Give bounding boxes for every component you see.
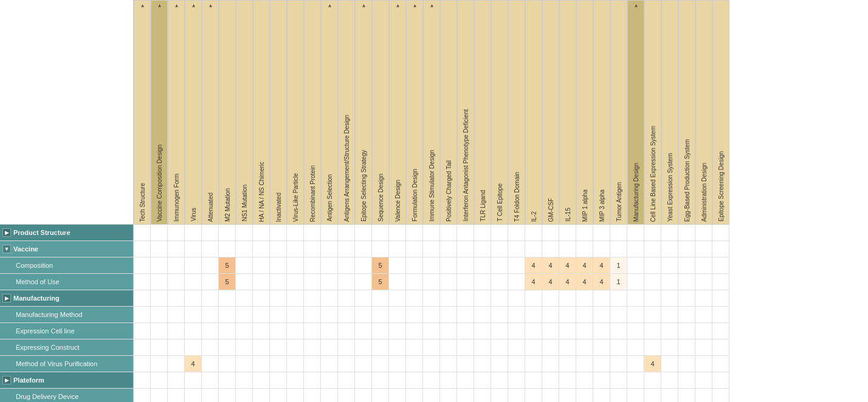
row-expression_cell_line: Expression Cell line: [0, 323, 729, 339]
cell-manufacturing_method-vlp: [287, 307, 304, 323]
cell-virus_purification-immunogen_form: [168, 356, 185, 372]
col-header-virus[interactable]: ▼Virus: [185, 0, 202, 225]
cell-plateform-formulation_design: [406, 372, 423, 389]
cell-vaccine-antigen_selection: [321, 241, 338, 257]
cell-expressing_construct-il15: [559, 339, 576, 356]
cell-virus_purification-antigens_arrangement: [338, 356, 355, 372]
cell-manufacturing_method-immune_stimulator: [423, 307, 440, 323]
cell-method_of_use-vaccine_comp: [151, 274, 168, 290]
row-label-virus_purification: Method of Virus Purification: [0, 356, 134, 372]
col-header-antigen_selection[interactable]: ▼Antigen Selection: [321, 0, 338, 225]
cell-drug_delivery-epitope_screening: [712, 389, 729, 402]
cell-virus_purification-tlr_ligand: [474, 356, 491, 372]
cell-method_of_use-mip1alpha: 4: [576, 274, 593, 290]
cell-composition-il15: 4: [559, 257, 576, 274]
cell-expressing_construct-il2: [525, 339, 542, 356]
cell-expression_cell_line-virus: [185, 323, 202, 339]
col-header-yeast_expr: Yeast Expression System: [661, 0, 678, 225]
expand-icon-vaccine[interactable]: ▼: [2, 245, 11, 253]
cell-expression_cell_line-ha_na_ns: [253, 323, 270, 339]
cell-vaccine-tech_structure: [134, 241, 151, 257]
cell-expressing_construct-virus: [185, 339, 202, 356]
cell-manufacturing-egg_based: [678, 290, 695, 307]
cell-expression_cell_line-inactivated: [270, 323, 287, 339]
cell-expressing_construct-epitope_screening: [712, 339, 729, 356]
cell-virus_purification-mip1alpha: [576, 356, 593, 372]
col-header-valence_design[interactable]: ▼Valence Design: [389, 0, 406, 225]
cell-composition-tech_structure: [134, 257, 151, 274]
cell-manufacturing-il2: [525, 290, 542, 307]
cell-expressing_construct-interferon_antagonist: [457, 339, 474, 356]
cell-manufacturing-t_cell_epitope: [491, 290, 508, 307]
cell-virus_purification-valence_design: [389, 356, 406, 372]
cell-method_of_use-immunogen_form: [168, 274, 185, 290]
cell-manufacturing-mip3alpha: [593, 290, 610, 307]
cell-expression_cell_line-administration_design: [695, 323, 712, 339]
cell-virus_purification-immune_stimulator: [423, 356, 440, 372]
cell-method_of_use-ha_na_ns: [253, 274, 270, 290]
expand-icon-product_structure[interactable]: ▶: [2, 228, 11, 237]
cell-manufacturing_method-administration_design: [695, 307, 712, 323]
cell-manufacturing_method-positively_charged: [440, 307, 457, 323]
cell-composition-yeast_expr: [661, 257, 678, 274]
cell-expression_cell_line-mip1alpha: [576, 323, 593, 339]
col-header-interferon_antagonist: Interferon Antagonist Phenotype Deficien…: [457, 0, 474, 225]
col-header-epitope_selecting[interactable]: ▼Epitope Selecting Strategy: [355, 0, 372, 225]
col-header-vaccine_comp[interactable]: ▼Vaccine Composition Design: [151, 0, 168, 225]
cell-expression_cell_line-attenuated: [202, 323, 219, 339]
cell-method_of_use-vlp: [287, 274, 304, 290]
cell-drug_delivery-ha_na_ns: [253, 389, 270, 402]
cell-drug_delivery-tech_structure: [134, 389, 151, 402]
expand-icon-manufacturing[interactable]: ▶: [2, 294, 11, 302]
cell-expression_cell_line-recombinant_protein: [304, 323, 321, 339]
col-header-tech_structure[interactable]: ▼Tech Structure: [134, 0, 151, 225]
cell-value-method_of_use-tumor_antigen: 1: [616, 278, 620, 285]
cell-manufacturing_method-il15: [559, 307, 576, 323]
cell-method_of_use-tech_structure: [134, 274, 151, 290]
row-label-product_structure[interactable]: ▶Product Structure: [0, 225, 134, 241]
cell-expression_cell_line-vlp: [287, 323, 304, 339]
cell-plateform-antigen_selection: [321, 372, 338, 389]
cell-method_of_use-attenuated: [202, 274, 219, 290]
col-header-immunogen_form[interactable]: ▼Immunogen Form: [168, 0, 185, 225]
col-header-manufacturing_design[interactable]: ▼Manufacturing Design: [627, 0, 644, 225]
row-label-plateform[interactable]: ▶Plateform: [0, 372, 134, 389]
cell-expression_cell_line-il2: [525, 323, 542, 339]
cell-manufacturing-sequence_design: [372, 290, 389, 307]
col-header-gm_csf: GM-CSF: [542, 0, 559, 225]
cell-vaccine-vlp: [287, 241, 304, 257]
col-header-inactivated: Inactivated: [270, 0, 287, 225]
cell-vaccine-mip3alpha: [593, 241, 610, 257]
row-label-vaccine[interactable]: ▼Vaccine: [0, 241, 134, 257]
cell-value-composition-gm_csf: 4: [548, 262, 552, 269]
col-header-antigens_arrangement: Antigens Arrangement/Structure Design: [338, 0, 355, 225]
col-header-attenuated[interactable]: ▼Attenuated: [202, 0, 219, 225]
row-label-text-manufacturing: Manufacturing: [13, 295, 60, 302]
col-header-formulation_design[interactable]: ▼Formulation Design: [406, 0, 423, 225]
column-headers: ▼Tech Structure▼Vaccine Composition Desi…: [134, 0, 729, 225]
cell-expression_cell_line-tech_structure: [134, 323, 151, 339]
col-header-immune_stimulator[interactable]: ▼Immune Stimulator Design: [423, 0, 440, 225]
expand-icon-plateform[interactable]: ▶: [2, 376, 11, 384]
cell-drug_delivery-t4_foldon: [508, 389, 525, 402]
cell-product_structure-attenuated: [202, 225, 219, 241]
cell-product_structure-vaccine_comp: [151, 225, 168, 241]
cell-expressing_construct-antigens_arrangement: [338, 339, 355, 356]
cell-plateform-inactivated: [270, 372, 287, 389]
cell-method_of_use-gm_csf: 4: [542, 274, 559, 290]
cell-product_structure-antigens_arrangement: [338, 225, 355, 241]
row-label-manufacturing[interactable]: ▶Manufacturing: [0, 290, 134, 307]
cell-product_structure-positively_charged: [440, 225, 457, 241]
row-plateform: ▶Plateform: [0, 372, 729, 389]
cell-plateform-tech_structure: [134, 372, 151, 389]
cell-manufacturing_method-yeast_expr: [661, 307, 678, 323]
cell-vaccine-administration_design: [695, 241, 712, 257]
cell-product_structure-yeast_expr: [661, 225, 678, 241]
cell-vaccine-yeast_expr: [661, 241, 678, 257]
cell-plateform-immune_stimulator: [423, 372, 440, 389]
cell-plateform-virus: [185, 372, 202, 389]
row-label-composition: Composition: [0, 257, 134, 274]
cell-virus_purification-il2: [525, 356, 542, 372]
cell-virus_purification-il15: [559, 356, 576, 372]
cell-expressing_construct-inactivated: [270, 339, 287, 356]
